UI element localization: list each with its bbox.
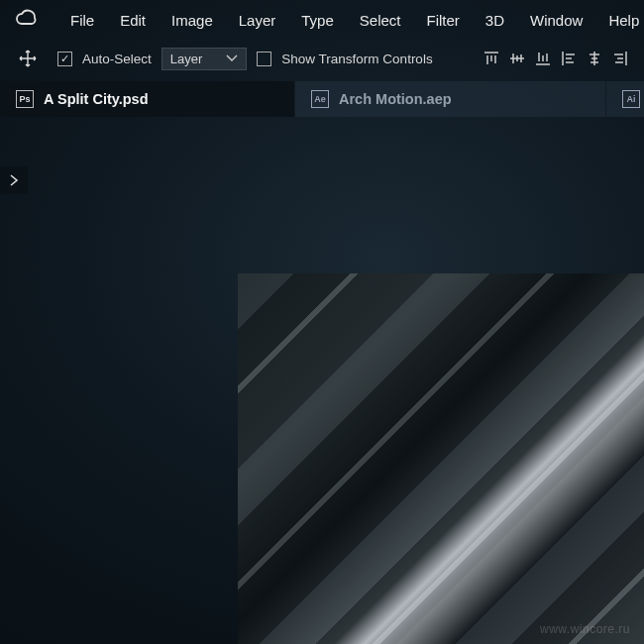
tab-title: Arch Motion.aep — [339, 91, 452, 107]
align-group — [482, 49, 630, 68]
menu-layer[interactable]: Layer — [228, 8, 287, 33]
menu-bar: File Edit Image Layer Type Select Filter… — [0, 0, 644, 40]
after-effects-icon: Ae — [311, 90, 329, 108]
show-transform-label: Show Transform Controls — [281, 52, 432, 66]
align-top-icon[interactable] — [482, 49, 501, 68]
menu-file[interactable]: File — [59, 8, 105, 33]
align-right-icon[interactable] — [610, 49, 630, 68]
show-transform-checkbox[interactable] — [257, 52, 271, 66]
menu-edit[interactable]: Edit — [109, 8, 157, 33]
tab-go[interactable]: Ai Go — [605, 81, 644, 117]
menu-image[interactable]: Image — [161, 8, 224, 33]
tab-title: A Split City.psd — [44, 91, 149, 107]
auto-select-dropdown[interactable]: Layer — [161, 48, 248, 70]
tab-a-split-city[interactable]: Ps A Split City.psd — [0, 81, 294, 117]
align-vcenter-icon[interactable] — [507, 49, 527, 68]
panel-flyout-button[interactable] — [0, 166, 28, 194]
chevron-down-icon — [226, 53, 238, 64]
watermark: www.wincore.ru — [540, 622, 630, 636]
move-tool-icon[interactable] — [14, 45, 42, 72]
options-bar: Auto-Select Layer Show Transform Control… — [0, 40, 644, 77]
illustrator-icon: Ai — [622, 90, 640, 108]
menu-filter[interactable]: Filter — [416, 8, 471, 33]
menu-help[interactable]: Help — [597, 8, 644, 33]
photoshop-icon: Ps — [16, 90, 34, 108]
auto-select-label: Auto-Select — [82, 52, 152, 66]
auto-select-checkbox[interactable] — [57, 52, 72, 66]
tab-arch-motion[interactable]: Ae Arch Motion.aep — [294, 81, 605, 117]
menu-type[interactable]: Type — [290, 8, 345, 33]
menu-select[interactable]: Select — [349, 8, 412, 33]
align-hcenter-icon[interactable] — [585, 49, 604, 68]
menu-3d[interactable]: 3D — [475, 8, 515, 33]
creative-cloud-icon — [14, 8, 38, 32]
align-left-icon[interactable] — [559, 49, 579, 68]
canvas-image[interactable] — [238, 273, 644, 644]
document-tabs: Ps A Split City.psd Ae Arch Motion.aep A… — [0, 81, 644, 117]
align-bottom-icon[interactable] — [533, 49, 553, 68]
menu-window[interactable]: Window — [519, 8, 593, 33]
dropdown-value: Layer — [170, 52, 203, 66]
